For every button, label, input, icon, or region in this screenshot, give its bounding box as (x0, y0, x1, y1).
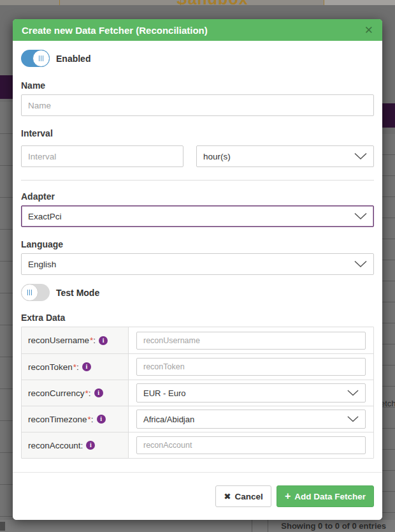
extra-data-key: reconTimezone*:i (22, 406, 129, 432)
cancel-button[interactable]: ✖ Cancel (215, 485, 271, 507)
enabled-toggle-label: Enabled (56, 54, 90, 64)
chevron-down-icon (354, 153, 367, 160)
reconToken-input[interactable] (136, 358, 366, 376)
interval-input[interactable] (21, 145, 183, 167)
extra-data-row: reconUsername*:i (22, 327, 373, 353)
extra-data-key: reconAccount:i (22, 432, 129, 458)
extra-data-row: reconCurrency*:iEUR - Euro (22, 380, 373, 406)
interval-label: Interval (21, 128, 374, 139)
extra-data-key: reconCurrency*:i (22, 380, 129, 406)
background-table-header-left (0, 75, 13, 99)
background-table-right (382, 134, 395, 520)
divider (21, 180, 374, 181)
language-select[interactable]: English (21, 253, 374, 275)
reconCurrency-select[interactable]: EUR - Euro (136, 383, 366, 403)
info-icon[interactable]: i (97, 415, 106, 424)
extra-data-key: reconToken*:i (22, 354, 129, 380)
entries-summary: Showing 0 to 0 of 0 entries (281, 521, 386, 531)
toggle-knob (21, 284, 38, 301)
background-tab-sandbox: Sandbox (176, 0, 248, 5)
background-tab-area (324, 0, 395, 5)
background-table-left (0, 102, 13, 520)
reconUsername-input[interactable] (136, 332, 366, 350)
chevron-down-icon (347, 416, 359, 422)
modal-title: Create new Data Fetcher (Reconciliation) (22, 25, 208, 36)
tab-separator (180, 0, 181, 5)
tab-separator (59, 0, 60, 5)
extra-data-row: reconAccount:i (22, 432, 373, 458)
chevron-down-icon (354, 261, 367, 268)
modal-footer: ✖ Cancel + Add Data Fetcher (13, 472, 382, 520)
toggle-knob (32, 50, 50, 67)
interval-unit-value: hour(s) (203, 152, 231, 161)
add-data-fetcher-button[interactable]: + Add Data Fetcher (276, 485, 374, 507)
reconAccount-input[interactable] (136, 436, 366, 454)
info-icon[interactable]: i (99, 336, 108, 345)
extra-data-key: reconUsername*:i (22, 327, 129, 353)
language-value: English (28, 260, 56, 269)
language-label: Language (21, 239, 374, 250)
background-partial-text: etch (380, 399, 395, 409)
extra-data-row: reconToken*:i (22, 353, 373, 380)
name-input[interactable] (21, 94, 374, 116)
adapter-select[interactable]: ExactPci (21, 205, 374, 227)
extra-data-label: Extra Data (21, 313, 374, 323)
screen: Sandbox etch Showing 0 to 0 of 0 entries… (0, 0, 395, 532)
plus-icon: + (285, 491, 291, 501)
interval-unit-select[interactable]: hour(s) (196, 145, 374, 167)
test-mode-toggle-label: Test Mode (56, 288, 99, 298)
modal-header: Create new Data Fetcher (Reconciliation)… (13, 19, 382, 41)
extra-data-row: reconTimezone*:iAfrica/Abidjan (22, 406, 373, 432)
adapter-label: Adapter (21, 191, 374, 202)
adapter-value: ExactPci (28, 212, 62, 221)
reconTimezone-select[interactable]: Africa/Abidjan (136, 410, 366, 429)
close-icon[interactable]: ✕ (364, 25, 373, 36)
tab-separator (324, 0, 324, 5)
modal-body: Enabled Name Interval hour(s) Adapter Ex… (13, 50, 382, 459)
x-icon: ✖ (224, 491, 231, 501)
create-data-fetcher-modal: Create new Data Fetcher (Reconciliation)… (13, 19, 382, 520)
background-table-header-right (382, 103, 395, 128)
test-mode-toggle[interactable] (21, 284, 50, 301)
chevron-down-icon (347, 390, 359, 396)
enabled-toggle[interactable] (21, 50, 50, 67)
info-icon[interactable]: i (82, 362, 91, 371)
chevron-down-icon (354, 213, 367, 220)
name-label: Name (21, 80, 374, 91)
extra-data-table: reconUsername*:ireconToken*:ireconCurren… (21, 327, 374, 459)
info-icon[interactable]: i (94, 388, 103, 397)
background-tab-bar: Sandbox (0, 0, 395, 5)
info-icon[interactable]: i (86, 441, 95, 450)
